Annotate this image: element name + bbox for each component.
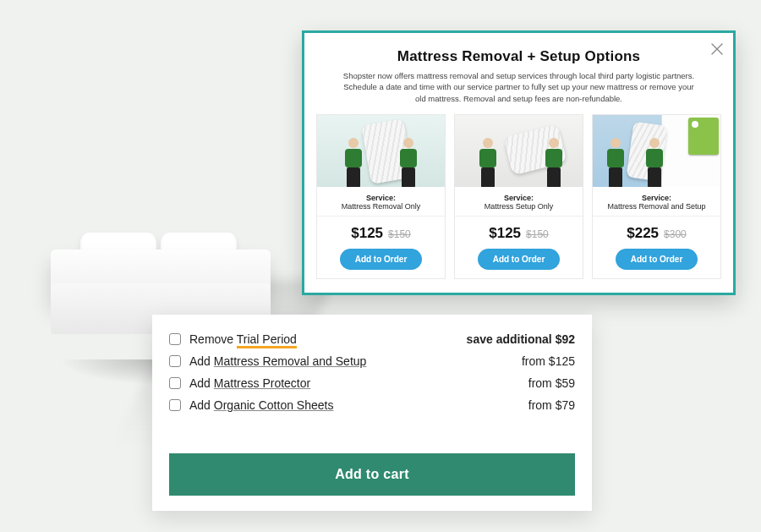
service-original-price: $150 xyxy=(526,228,549,240)
service-price: $225 xyxy=(627,225,659,242)
addon-price: from $79 xyxy=(528,398,575,412)
service-price: $125 xyxy=(489,225,521,242)
add-to-order-button[interactable]: Add to Order xyxy=(340,249,423,270)
service-label: Service: xyxy=(458,194,579,202)
add-to-cart-button[interactable]: Add to cart xyxy=(169,453,575,496)
service-label: Service: xyxy=(596,194,717,202)
addon-checkbox[interactable] xyxy=(169,377,181,389)
add-to-order-button[interactable]: Add to Order xyxy=(616,249,698,270)
add-to-order-button[interactable]: Add to Order xyxy=(478,249,561,270)
addon-price: save additional $92 xyxy=(467,332,575,346)
addon-checkbox[interactable] xyxy=(169,355,181,367)
addons-card: Remove Trial Periodsave additional $92Ad… xyxy=(152,315,592,511)
addon-price: from $59 xyxy=(528,376,575,390)
service-image xyxy=(317,115,445,187)
modal-title: Mattress Removal + Setup Options xyxy=(316,48,721,65)
addon-row: Remove Trial Periodsave additional $92 xyxy=(169,328,575,350)
service-price: $125 xyxy=(351,225,383,242)
service-options: Service: Mattress Removal Only $125 $150… xyxy=(316,114,721,279)
addon-label[interactable]: Add Mattress Removal and Setup xyxy=(189,354,366,368)
addon-row: Add Organic Cotton Sheetsfrom $79 xyxy=(169,394,575,416)
close-icon[interactable] xyxy=(711,43,723,55)
addon-label[interactable]: Add Mattress Protector xyxy=(189,376,310,390)
service-original-price: $300 xyxy=(664,228,687,240)
addon-checkbox[interactable] xyxy=(169,399,181,411)
addon-checkbox[interactable] xyxy=(169,333,181,345)
addon-label[interactable]: Add Organic Cotton Sheets xyxy=(189,398,333,412)
modal-subtitle: Shopster now offers mattress removal and… xyxy=(342,70,697,104)
removal-setup-modal: Mattress Removal + Setup Options Shopste… xyxy=(302,30,736,295)
service-name: Mattress Removal Only xyxy=(342,202,421,211)
addon-label[interactable]: Remove Trial Period xyxy=(189,332,297,346)
service-name: Mattress Removal and Setup xyxy=(607,202,705,211)
service-image xyxy=(593,115,720,187)
addon-price: from $125 xyxy=(522,354,575,368)
service-card-setup: Service: Mattress Setup Only $125 $150 A… xyxy=(454,114,583,279)
service-card-removal-setup: Service: Mattress Removal and Setup $225… xyxy=(592,114,721,279)
addon-row: Add Mattress Protectorfrom $59 xyxy=(169,372,575,394)
service-image xyxy=(455,115,583,187)
service-label: Service: xyxy=(320,194,441,202)
service-card-removal: Service: Mattress Removal Only $125 $150… xyxy=(316,114,446,279)
addon-row: Add Mattress Removal and Setupfrom $125 xyxy=(169,350,575,372)
service-original-price: $150 xyxy=(388,228,411,240)
service-name: Mattress Setup Only xyxy=(485,202,554,211)
